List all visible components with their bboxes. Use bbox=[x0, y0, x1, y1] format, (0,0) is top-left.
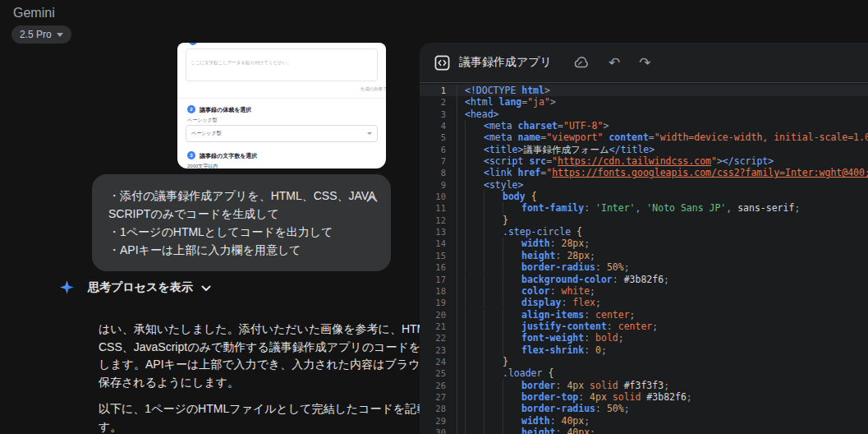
step1-badge bbox=[189, 43, 197, 45]
indent-guide bbox=[503, 297, 521, 308]
indent-guide bbox=[465, 132, 484, 143]
code-block-icon bbox=[434, 55, 450, 71]
indent-guide bbox=[503, 391, 521, 403]
code-line: 15height: 28px; bbox=[420, 250, 868, 261]
line-number: 5 bbox=[420, 132, 457, 143]
indent-guide bbox=[503, 344, 521, 356]
prompt-line: ・1ページのHTMLとしてコードを出力して bbox=[108, 223, 353, 241]
indent-guide bbox=[503, 427, 521, 434]
divider bbox=[177, 98, 386, 99]
attachment-textarea-placeholder: ここに文字起こしデータを貼り付けてください。 bbox=[191, 60, 292, 65]
indent-guide bbox=[503, 321, 521, 332]
code-editor[interactable]: 1<!DOCTYPE html>2<html lang="ja">3<head>… bbox=[420, 83, 868, 434]
line-number: 3 bbox=[420, 108, 457, 120]
indent-guide bbox=[465, 215, 484, 226]
indent-guide bbox=[465, 391, 484, 403]
indent-guide bbox=[465, 238, 484, 249]
indent-guide bbox=[503, 250, 521, 261]
line-number: 12 bbox=[420, 215, 457, 226]
indent-guide bbox=[465, 403, 484, 414]
code-line: 16border-radius: 50%; bbox=[420, 261, 868, 273]
prompt-line: ・添付の議事録作成アプリを、HTML、CSS、JAVA bbox=[108, 187, 353, 205]
indent-guide bbox=[484, 427, 503, 434]
response-line: します。APIキーは上部で入力でき、入力された内容はブラウザに bbox=[99, 356, 420, 374]
response-line: す。 bbox=[99, 418, 420, 434]
step3-label: 2000文字以内 bbox=[187, 163, 218, 169]
step2-title: 議事録の体裁を選択 bbox=[200, 106, 251, 114]
cloud-save-button[interactable] bbox=[572, 56, 590, 69]
indent-guide bbox=[503, 285, 521, 297]
step3-title: 議事録の文字数を選択 bbox=[200, 152, 257, 160]
indent-guide bbox=[465, 356, 484, 367]
chevron-down-icon bbox=[201, 285, 211, 292]
response-paragraph: 以下に、1ページのHTMLファイルとして完結したコードを記載します。 bbox=[99, 400, 420, 434]
thinking-process-toggle[interactable]: 思考プロセスを表示 bbox=[59, 279, 211, 295]
indent-guide bbox=[484, 309, 503, 321]
indent-guide bbox=[465, 367, 484, 379]
indent-guide bbox=[465, 261, 484, 273]
code-line: 4<meta charset="UTF-8"> bbox=[420, 120, 868, 132]
indent-guide bbox=[484, 403, 503, 414]
indent-guide bbox=[465, 285, 484, 297]
indent-guide bbox=[465, 179, 484, 191]
code-line: 14width: 28px; bbox=[420, 238, 868, 249]
code-line: 24} bbox=[420, 356, 868, 367]
code-line: 11font-family: 'Inter', 'Noto Sans JP', … bbox=[420, 202, 868, 214]
attachment-select: ベーシック型 bbox=[186, 125, 378, 142]
attachment-caption: 生成の対象で bbox=[361, 86, 386, 92]
step3-badge: 3 bbox=[187, 151, 195, 159]
step2-badge: 2 bbox=[187, 105, 195, 113]
line-number: 27 bbox=[420, 391, 457, 403]
code-line: 28border-radius: 50%; bbox=[420, 403, 868, 414]
indent-guide bbox=[484, 202, 503, 214]
line-number: 2 bbox=[420, 96, 457, 108]
code-line: 21justify-content: center; bbox=[420, 321, 868, 332]
indent-guide bbox=[503, 415, 521, 427]
undo-button[interactable]: ↶ bbox=[609, 56, 620, 70]
indent-guide bbox=[465, 144, 484, 155]
thinking-process-label: 思考プロセスを表示 bbox=[88, 280, 193, 295]
line-number: 16 bbox=[420, 261, 457, 273]
line-number: 23 bbox=[420, 344, 457, 356]
response-line: はい、承知いたしました。添付いただいた画像を参考に、HTML、 bbox=[99, 321, 420, 339]
code-line: 2<html lang="ja"> bbox=[420, 96, 868, 108]
indent-guide bbox=[465, 321, 484, 332]
line-number: 18 bbox=[420, 285, 457, 297]
indent-guide bbox=[484, 274, 503, 285]
code-line: 10body { bbox=[420, 191, 868, 202]
user-prompt-bubble: ・添付の議事録作成アプリを、HTML、CSS、JAVASCRIPTのみでコードを… bbox=[92, 174, 391, 271]
indent-guide bbox=[503, 238, 521, 249]
code-line: 9<style> bbox=[420, 179, 868, 191]
attachment-thumbnail[interactable]: ここに文字起こしデータを貼り付けてください。 生成の対象で 2 議事録の体裁を選… bbox=[177, 43, 386, 169]
code-line: 6<title>議事録作成フォーム</title> bbox=[420, 144, 868, 155]
code-line: 8<link href="https://fonts.googleapis.co… bbox=[420, 167, 868, 178]
line-number: 11 bbox=[420, 202, 457, 214]
indent-guide bbox=[484, 191, 503, 202]
line-number: 6 bbox=[420, 144, 457, 155]
line-number: 20 bbox=[420, 309, 457, 321]
attachment-textarea: ここに文字起こしデータを貼り付けてください。 bbox=[186, 48, 378, 81]
redo-icon: ↷ bbox=[639, 56, 650, 70]
chevron-down-icon bbox=[57, 33, 63, 37]
app-title: Gemini bbox=[13, 6, 55, 21]
indent-guide bbox=[465, 274, 484, 285]
indent-guide bbox=[484, 261, 503, 273]
prompt-line: ・APIキーは上部に入力欄を用意して bbox=[108, 241, 353, 259]
code-canvas-panel: 議事録作成アプリ ↶ ↷ 1<!DOCTYPE html>2<html lang… bbox=[420, 43, 868, 434]
code-line: 27border-top: 4px solid #3b82f6; bbox=[420, 391, 868, 403]
indent-guide bbox=[484, 238, 503, 249]
collapse-prompt-button[interactable] bbox=[366, 191, 378, 205]
indent-guide bbox=[503, 274, 521, 285]
line-number: 17 bbox=[420, 274, 457, 285]
line-number: 22 bbox=[420, 332, 457, 344]
code-line: 12} bbox=[420, 215, 868, 226]
model-selector[interactable]: 2.5 Pro bbox=[11, 25, 71, 44]
indent-guide bbox=[465, 332, 484, 344]
line-number: 21 bbox=[420, 321, 457, 332]
indent-guide bbox=[465, 297, 484, 308]
indent-guide bbox=[484, 332, 503, 344]
indent-guide bbox=[484, 250, 503, 261]
gemini-sparkle-icon bbox=[59, 279, 75, 295]
redo-button[interactable]: ↷ bbox=[639, 56, 650, 70]
line-number: 8 bbox=[420, 167, 457, 178]
